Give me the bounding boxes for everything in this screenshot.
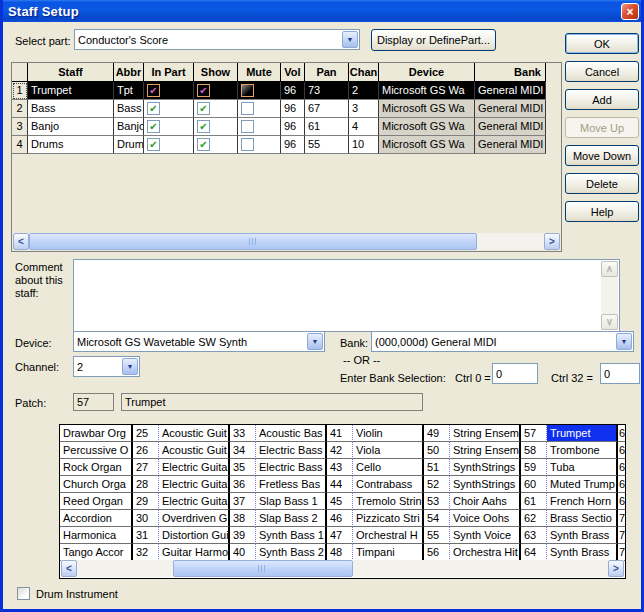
chevron-down-icon[interactable]: ▼ xyxy=(307,333,323,350)
chevron-down-icon[interactable]: ▼ xyxy=(616,333,632,350)
patch-number-cell[interactable]: 56 xyxy=(424,544,450,561)
staff-scroll-thumb[interactable] xyxy=(29,233,477,250)
patch-name-cell[interactable]: SynthStrings xyxy=(450,459,521,476)
patch-name-cell[interactable]: Cello xyxy=(353,459,424,476)
patch-hscrollbar[interactable]: < > xyxy=(61,560,624,577)
staff-grid-hscrollbar[interactable]: < > xyxy=(13,233,560,250)
patch-name-cell[interactable]: Brass Sectio xyxy=(547,510,618,527)
staff-cell[interactable]: Trumpet xyxy=(28,82,114,100)
patch-name-cell[interactable]: Synth Brass xyxy=(547,544,618,561)
scroll-down-icon[interactable]: ∨ xyxy=(601,314,618,330)
in-part-checkbox[interactable]: ✔ xyxy=(147,138,160,151)
select-part-combobox[interactable]: Conductor's Score ▼ xyxy=(74,29,360,50)
patch-name-cell[interactable]: Electric Bass xyxy=(256,442,327,459)
patch-number-cell-clipped[interactable]: 67 xyxy=(618,459,625,476)
patch-number-cell-clipped[interactable]: 72 xyxy=(618,544,625,561)
chan-cell[interactable]: 2 xyxy=(349,82,379,100)
vol-cell[interactable]: 96 xyxy=(281,82,305,100)
show-checkbox[interactable]: ✔ xyxy=(197,120,210,133)
title-bar[interactable]: Staff Setup × xyxy=(0,0,644,22)
patch-name-cell[interactable]: Synth Brass xyxy=(547,527,618,544)
patch-name-cell[interactable]: Drawbar Org xyxy=(60,425,133,442)
patch-name-cell[interactable]: Percussive O xyxy=(60,442,133,459)
patch-number-cell[interactable]: 28 xyxy=(133,476,159,493)
comment-scroll-track[interactable] xyxy=(601,277,618,314)
mute-checkbox[interactable] xyxy=(241,102,254,115)
scroll-left-icon[interactable]: < xyxy=(13,233,29,250)
patch-number-cell[interactable]: 59 xyxy=(521,459,547,476)
vol-cell[interactable]: 96 xyxy=(281,118,305,136)
table-row[interactable]: 4DrumsDrum✔✔965510Microsoft GS WaGeneral… xyxy=(12,136,546,154)
in-part-checkbox[interactable]: ✔ xyxy=(144,100,194,118)
patch-name-cell[interactable]: Tremolo Strin xyxy=(353,493,424,510)
in-part-checkbox[interactable]: ✔ xyxy=(147,120,160,133)
show-checkbox[interactable]: ✔ xyxy=(194,100,238,118)
row-number-cell[interactable]: 3 xyxy=(12,118,28,136)
patch-number-cell[interactable]: 41 xyxy=(327,425,353,442)
vol-cell[interactable]: 96 xyxy=(281,100,305,118)
patch-name-cell[interactable]: Fretless Bas xyxy=(256,476,327,493)
in-part-checkbox[interactable]: ✔ xyxy=(144,136,194,154)
patch-name-cell[interactable]: Guitar Harmo xyxy=(159,544,230,561)
pan-cell[interactable]: 55 xyxy=(305,136,349,154)
pan-cell[interactable]: 67 xyxy=(305,100,349,118)
patch-scroll-thumb[interactable] xyxy=(173,560,354,577)
patch-name-cell[interactable]: Electric Bass xyxy=(256,459,327,476)
patch-name-cell[interactable]: French Horn xyxy=(547,493,618,510)
patch-name-cell[interactable]: Rock Organ xyxy=(60,459,133,476)
show-checkbox[interactable]: ✔ xyxy=(197,138,210,151)
mute-checkbox[interactable] xyxy=(238,82,281,100)
abbr-cell[interactable]: Drum xyxy=(114,136,144,154)
show-checkbox[interactable]: ✔ xyxy=(197,84,210,97)
show-checkbox[interactable]: ✔ xyxy=(194,82,238,100)
abbr-cell[interactable]: Tpt xyxy=(114,82,144,100)
patch-number-cell[interactable]: 26 xyxy=(133,442,159,459)
mute-checkbox[interactable] xyxy=(241,138,254,151)
patch-number-cell[interactable]: 43 xyxy=(327,459,353,476)
patch-number-cell-clipped[interactable]: 65 xyxy=(618,425,625,442)
patch-number-cell[interactable]: 25 xyxy=(133,425,159,442)
patch-name-cell[interactable]: Trombone xyxy=(547,442,618,459)
comment-vscrollbar[interactable]: ∧ ∨ xyxy=(601,261,618,330)
row-number-cell[interactable]: 1 xyxy=(12,82,28,100)
patch-name-cell[interactable]: Orchestra Hit xyxy=(450,544,521,561)
display-or-define-part-button[interactable]: Display or DefinePart... xyxy=(371,29,496,51)
delete-button[interactable]: Delete xyxy=(565,173,639,194)
device-combobox[interactable]: Microsoft GS Wavetable SW Synth ▼ xyxy=(73,331,325,352)
row-number-cell[interactable]: 2 xyxy=(12,100,28,118)
patch-number-cell[interactable]: 30 xyxy=(133,510,159,527)
patch-name-cell[interactable]: Overdriven G xyxy=(159,510,230,527)
patch-number-cell[interactable]: 33 xyxy=(230,425,256,442)
patch-name-cell[interactable]: Acoustic Guit xyxy=(159,442,230,459)
staff-cell[interactable]: Banjo xyxy=(28,118,114,136)
scroll-right-icon[interactable]: > xyxy=(544,233,560,250)
patch-name-cell[interactable]: Slap Bass 1 xyxy=(256,493,327,510)
help-button[interactable]: Help xyxy=(565,201,639,222)
in-part-checkbox[interactable]: ✔ xyxy=(144,82,194,100)
device-cell[interactable]: Microsoft GS Wa xyxy=(379,82,475,100)
patch-number-cell[interactable]: 45 xyxy=(327,493,353,510)
patch-name-cell[interactable]: Accordion xyxy=(60,510,133,527)
table-row[interactable]: 3BanjoBanjo✔✔96614Microsoft GS WaGeneral… xyxy=(12,118,546,136)
patch-name-cell[interactable]: String Ensem xyxy=(450,425,521,442)
in-part-checkbox[interactable]: ✔ xyxy=(144,118,194,136)
staff-scroll-track[interactable] xyxy=(29,233,544,250)
move-down-button[interactable]: Move Down xyxy=(565,145,639,166)
device-cell[interactable]: Microsoft GS Wa xyxy=(379,118,475,136)
mute-checkbox[interactable] xyxy=(238,118,281,136)
ctrl32-input[interactable] xyxy=(600,363,640,384)
patch-scroll-track[interactable] xyxy=(77,560,608,577)
abbr-cell[interactable]: Bass xyxy=(114,100,144,118)
patch-name-cell-selected[interactable]: Trumpet xyxy=(547,425,618,442)
patch-name-cell[interactable]: Choir Aahs xyxy=(450,493,521,510)
table-row[interactable]: 1TrumpetTpt✔✔96732Microsoft GS WaGeneral… xyxy=(12,82,546,100)
add-button[interactable]: Add xyxy=(565,89,639,110)
vol-cell[interactable]: 96 xyxy=(281,136,305,154)
patch-name-cell[interactable]: Pizzicato Stri xyxy=(353,510,424,527)
patch-name-cell[interactable]: Voice Oohs xyxy=(450,510,521,527)
patch-number-cell[interactable]: 27 xyxy=(133,459,159,476)
patch-number-cell[interactable]: 35 xyxy=(230,459,256,476)
patch-name-cell[interactable]: Church Orga xyxy=(60,476,133,493)
patch-number-cell[interactable]: 32 xyxy=(133,544,159,561)
patch-name-cell[interactable]: Harmonica xyxy=(60,527,133,544)
